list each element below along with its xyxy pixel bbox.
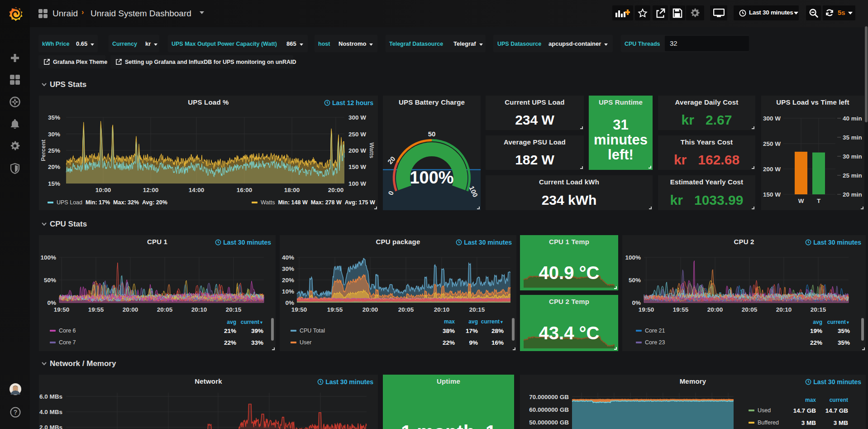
svg-text:10%: 10% [282, 288, 294, 295]
svg-text:100%: 100% [40, 254, 56, 261]
svg-text:6.0 MBs: 6.0 MBs [39, 393, 62, 400]
svg-text:Percent: Percent [40, 139, 47, 161]
svg-text:300 W: 300 W [348, 114, 366, 121]
svg-text:19:50: 19:50 [54, 306, 70, 313]
svg-text:20:00: 20:00 [362, 306, 378, 313]
svg-text:20:15: 20:15 [811, 306, 826, 313]
svg-text:2.0 MBs: 2.0 MBs [39, 424, 62, 429]
svg-text:40 min: 40 min [843, 115, 862, 122]
svg-text:W: W [798, 198, 804, 204]
svg-text:20: 20 [386, 155, 397, 166]
svg-text:4.0 MBs: 4.0 MBs [39, 409, 62, 415]
svg-text:19:50: 19:50 [639, 306, 654, 313]
svg-text:200 W: 200 W [763, 166, 781, 173]
svg-text:35%: 35% [48, 114, 60, 121]
svg-text:19:55: 19:55 [88, 306, 104, 313]
svg-text:20%: 20% [48, 164, 60, 170]
svg-text:19:55: 19:55 [673, 306, 689, 313]
svg-text:50.000000 GB: 50.000000 GB [529, 419, 569, 426]
svg-text:0: 0 [386, 190, 395, 196]
svg-text:60.000000 GB: 60.000000 GB [529, 406, 569, 413]
svg-text:?: ? [14, 409, 18, 416]
svg-text:20 min: 20 min [843, 191, 862, 198]
svg-text:50%: 50% [629, 277, 641, 284]
svg-text:40%: 40% [282, 254, 294, 261]
svg-text:200 W: 200 W [348, 147, 366, 154]
svg-text:T: T [817, 198, 821, 204]
svg-text:0%: 0% [285, 299, 294, 306]
svg-text:250 W: 250 W [763, 140, 781, 147]
svg-text:15%: 15% [48, 180, 60, 187]
svg-text:20:05: 20:05 [398, 306, 414, 313]
svg-text:150 W: 150 W [763, 191, 781, 198]
svg-text:20:05: 20:05 [742, 306, 758, 313]
svg-text:12:00: 12:00 [143, 187, 159, 193]
svg-text:100%: 100% [625, 254, 641, 261]
svg-text:50%: 50% [44, 277, 56, 284]
svg-text:150 W: 150 W [348, 164, 366, 170]
svg-text:20:05: 20:05 [157, 306, 173, 313]
svg-text:20:00: 20:00 [328, 187, 344, 193]
svg-text:10:00: 10:00 [95, 187, 111, 193]
svg-text:20:10: 20:10 [776, 306, 792, 313]
svg-text:20:10: 20:10 [191, 306, 207, 313]
svg-text:30 min: 30 min [843, 153, 862, 160]
svg-text:250 W: 250 W [348, 131, 366, 138]
svg-text:20:15: 20:15 [469, 306, 485, 313]
svg-text:20:00: 20:00 [123, 306, 138, 313]
svg-text:0%: 0% [632, 299, 641, 306]
svg-text:19:50: 19:50 [291, 306, 307, 313]
svg-text:25%: 25% [48, 147, 60, 154]
svg-text:16:00: 16:00 [237, 187, 253, 193]
svg-text:100 W: 100 W [348, 180, 366, 187]
svg-text:20%: 20% [282, 277, 294, 284]
svg-text:20:00: 20:00 [707, 306, 723, 313]
svg-text:0%: 0% [47, 299, 56, 306]
svg-text:25 min: 25 min [843, 172, 862, 179]
svg-text:19:55: 19:55 [327, 306, 343, 313]
svg-text:35 min: 35 min [843, 134, 862, 141]
svg-text:20:10: 20:10 [434, 306, 450, 313]
svg-text:14:00: 14:00 [189, 187, 205, 193]
svg-text:30%: 30% [48, 131, 60, 138]
svg-text:70.000000 GB: 70.000000 GB [529, 394, 569, 400]
svg-text:50: 50 [428, 130, 436, 138]
svg-text:20:15: 20:15 [226, 306, 242, 313]
svg-text:30%: 30% [282, 265, 294, 272]
svg-text:Watts: Watts [368, 143, 375, 159]
svg-text:300 W: 300 W [763, 115, 781, 122]
svg-text:18:00: 18:00 [284, 187, 300, 193]
